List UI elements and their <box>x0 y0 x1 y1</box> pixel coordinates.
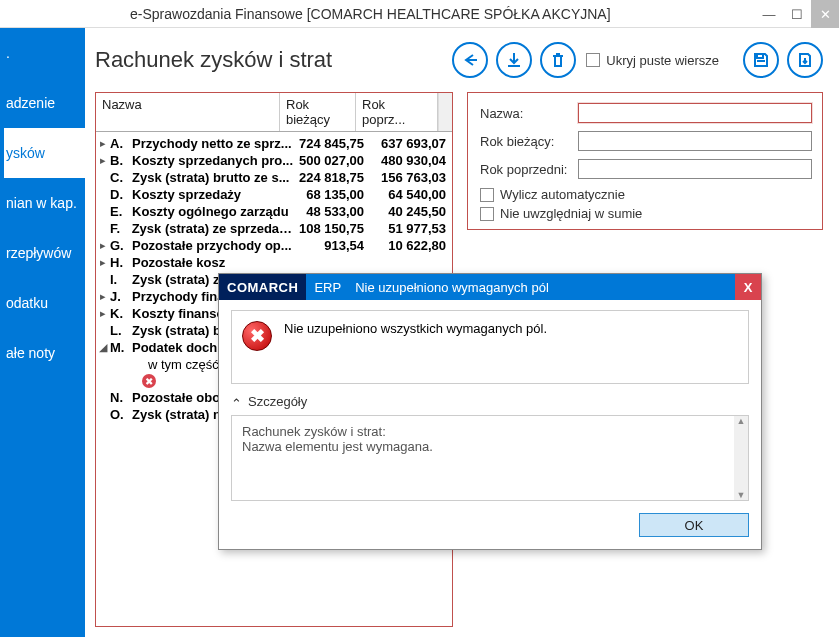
hide-empty-checkbox[interactable]: Ukryj puste wiersze <box>586 53 719 68</box>
details-line-2: Nazwa elementu jest wymagana. <box>242 439 738 454</box>
expand-icon[interactable]: ▸ <box>96 137 110 150</box>
expand-icon[interactable]: ▸ <box>96 256 110 269</box>
expand-icon[interactable]: ▸ <box>96 290 110 303</box>
current-year-value: 724 845,75 <box>294 136 370 151</box>
hide-empty-label: Ukryj puste wiersze <box>606 53 719 68</box>
dialog-message: Nie uzupełniono wszystkich wymaganych pó… <box>284 321 547 336</box>
row-label: F.Zysk (strata) ze sprzedaż... <box>110 221 294 236</box>
row-label: H.Pozostałe kosz <box>110 255 294 270</box>
maximize-button[interactable]: ☐ <box>783 0 811 28</box>
table-row[interactable]: C.Zysk (strata) brutto ze s...224 818,75… <box>96 169 452 186</box>
row-label: A.Przychody netto ze sprz... <box>110 136 294 151</box>
ok-button[interactable]: OK <box>639 513 749 537</box>
table-row[interactable]: ▸A.Przychody netto ze sprz...724 845,756… <box>96 135 452 152</box>
current-year-value: 500 027,00 <box>294 153 370 168</box>
sidebar-item[interactable]: rzepływów <box>0 228 85 278</box>
titlebar: e-Sprawozdania Finansowe [COMARCH HEALTH… <box>0 0 839 28</box>
dialog-close-button[interactable]: X <box>735 274 761 300</box>
current-year-field[interactable] <box>578 131 812 151</box>
prev-year-value: 51 977,53 <box>370 221 452 236</box>
current-year-value: 224 818,75 <box>294 170 370 185</box>
prev-year-value: 64 540,00 <box>370 187 452 202</box>
row-label: D.Koszty sprzedaży <box>110 187 294 202</box>
expand-icon[interactable]: ▸ <box>96 239 110 252</box>
error-icon: ✖ <box>242 321 272 351</box>
sidebar-item[interactable]: nian w kap. <box>0 178 85 228</box>
dialog-message-box: ✖ Nie uzupełniono wszystkich wymaganych … <box>231 310 749 384</box>
prev-year-value: 156 763,03 <box>370 170 452 185</box>
row-label: E.Koszty ogólnego zarządu <box>110 204 294 219</box>
expand-icon[interactable]: ▸ <box>96 154 110 167</box>
page-title: Rachunek zysków i strat <box>95 47 444 73</box>
error-dialog: COMARCH ERP Nie uzupełniono wymaganych p… <box>218 273 762 550</box>
table-row[interactable]: F.Zysk (strata) ze sprzedaż...108 150,75… <box>96 220 452 237</box>
prev-year-value: 637 693,07 <box>370 136 452 151</box>
export-button[interactable] <box>787 42 823 78</box>
name-field[interactable] <box>578 103 812 123</box>
prev-year-field[interactable] <box>578 159 812 179</box>
details-toggle[interactable]: Szczegóły <box>231 394 749 409</box>
name-field-label: Nazwa: <box>480 106 578 121</box>
row-error-icon: ✖ <box>142 374 156 388</box>
save-button[interactable] <box>743 42 779 78</box>
details-box: Rachunek zysków i strat: Nazwa elementu … <box>231 415 749 501</box>
sidebar-item[interactable]: adzenie <box>0 78 85 128</box>
dialog-title: Nie uzupełniono wymaganych pól <box>349 274 735 300</box>
edit-panel: Nazwa: Rok bieżący: Rok poprzedni: Wylic… <box>467 92 823 230</box>
delete-button[interactable] <box>540 42 576 78</box>
current-year-value: 108 150,75 <box>294 221 370 236</box>
sidebar-item[interactable]: odatku <box>0 278 85 328</box>
window-title: e-Sprawozdania Finansowe [COMARCH HEALTH… <box>130 6 611 22</box>
dialog-brand: COMARCH <box>219 274 306 300</box>
details-scrollbar[interactable]: ▲▼ <box>734 416 748 500</box>
table-row[interactable]: ▸H.Pozostałe kosz <box>96 254 452 271</box>
current-year-value: 48 533,00 <box>294 204 370 219</box>
sidebar-item[interactable]: ałe noty <box>0 328 85 378</box>
prev-year-value: 10 622,80 <box>370 238 452 253</box>
dialog-subbrand: ERP <box>306 274 349 300</box>
prev-year-value: 40 245,50 <box>370 204 452 219</box>
window-close-button[interactable]: ✕ <box>811 0 839 28</box>
download-button[interactable] <box>496 42 532 78</box>
table-row[interactable]: ▸G.Pozostałe przychody op...913,5410 622… <box>96 237 452 254</box>
table-row[interactable]: E.Koszty ogólnego zarządu48 533,0040 245… <box>96 203 452 220</box>
column-name[interactable]: Nazwa <box>96 93 280 131</box>
minimize-button[interactable]: — <box>755 0 783 28</box>
expand-icon[interactable]: ▸ <box>96 307 110 320</box>
exclude-sum-checkbox[interactable]: Nie uwzględniaj w sumie <box>480 206 812 221</box>
prev-year-field-label: Rok poprzedni: <box>480 162 578 177</box>
auto-calc-checkbox[interactable]: Wylicz automatycznie <box>480 187 812 202</box>
details-line-1: Rachunek zysków i strat: <box>242 424 738 439</box>
current-year-value: 913,54 <box>294 238 370 253</box>
current-year-value: 68 135,00 <box>294 187 370 202</box>
row-label: C.Zysk (strata) brutto ze s... <box>110 170 294 185</box>
column-current-year[interactable]: Rok bieżący <box>280 93 356 131</box>
prev-year-value: 480 930,04 <box>370 153 452 168</box>
sidebar: .adzenieyskównian w kap.rzepływówodatkua… <box>0 28 85 637</box>
current-year-field-label: Rok bieżący: <box>480 134 578 149</box>
column-prev-year[interactable]: Rok poprz... <box>356 93 438 131</box>
row-label: B.Koszty sprzedanych pro... <box>110 153 294 168</box>
sidebar-item[interactable]: . <box>0 28 85 78</box>
row-label: G.Pozostałe przychody op... <box>110 238 294 253</box>
back-button[interactable] <box>452 42 488 78</box>
table-row[interactable]: D.Koszty sprzedaży68 135,0064 540,00 <box>96 186 452 203</box>
table-row[interactable]: ▸B.Koszty sprzedanych pro...500 027,0048… <box>96 152 452 169</box>
sidebar-item[interactable]: ysków <box>0 128 85 178</box>
expand-icon[interactable]: ◢ <box>96 341 110 354</box>
table-scrollbar[interactable] <box>438 93 452 131</box>
